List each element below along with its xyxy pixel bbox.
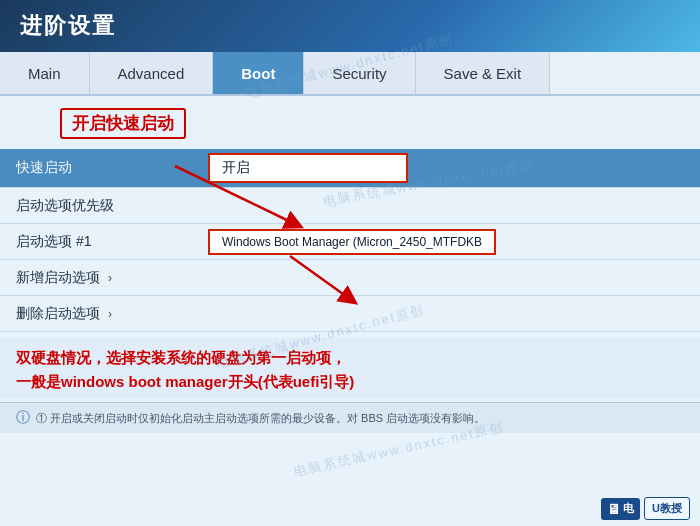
info-icon: ⓘ — [16, 409, 30, 427]
tab-security[interactable]: Security — [304, 52, 415, 94]
bottom-text-line2: 一般是windows boot manager开头(代表uefi引导) — [16, 370, 684, 394]
logo-badge: 🖥 电 U教授 — [601, 497, 690, 520]
settings-table: 快速启动 开启 启动选项优先级 启动选项 #1 Windows Boot Man… — [0, 149, 700, 332]
chevron-add-boot: › — [108, 271, 112, 285]
logo-ujiao-label: U教授 — [652, 502, 682, 514]
page-title: 进阶设置 — [20, 11, 116, 41]
info-text: ① 开启或关闭启动时仅初始化启动主启动选项所需的最少设备。对 BBS 启动选项没… — [36, 411, 485, 426]
row-label-quick-boot: 快速启动 — [0, 153, 200, 183]
row-value-boot-option-1: Windows Boot Manager (Micron_2450_MTFDKB — [200, 225, 700, 259]
row-add-boot[interactable]: 新增启动选项 › — [0, 260, 700, 296]
row-value-del-boot — [200, 310, 700, 318]
value-box-quick-boot: 开启 — [208, 153, 408, 183]
row-boot-option-1[interactable]: 启动选项 #1 Windows Boot Manager (Micron_245… — [0, 224, 700, 260]
logo-dian-label: 电 — [623, 501, 634, 516]
tab-boot[interactable]: Boot — [213, 52, 304, 94]
row-label-boot-option-1: 启动选项 #1 — [0, 227, 200, 257]
content-area: 开启快速启动 快速启动 开启 启动选项优先级 启 — [0, 96, 700, 526]
value-box-boot-option-1: Windows Boot Manager (Micron_2450_MTFDKB — [208, 229, 496, 255]
row-boot-priority[interactable]: 启动选项优先级 — [0, 188, 700, 224]
title-bar: 进阶设置 — [0, 0, 700, 52]
annotation-top-label: 开启快速启动 — [60, 108, 186, 139]
row-del-boot[interactable]: 删除启动选项 › — [0, 296, 700, 332]
row-label-add-boot: 新增启动选项 › — [0, 263, 200, 293]
row-label-boot-priority: 启动选项优先级 — [0, 191, 200, 221]
row-label-del-boot: 删除启动选项 › — [0, 299, 200, 329]
tab-advanced[interactable]: Advanced — [90, 52, 214, 94]
logo-dian-icon: 🖥 — [607, 501, 621, 517]
row-value-add-boot — [200, 274, 700, 282]
tab-save-exit[interactable]: Save & Exit — [416, 52, 551, 94]
row-quick-boot[interactable]: 快速启动 开启 — [0, 149, 700, 188]
chevron-del-boot: › — [108, 307, 112, 321]
bottom-annotation: 双硬盘情况，选择安装系统的硬盘为第一启动项， 一般是windows boot m… — [0, 338, 700, 398]
bottom-text-line1: 双硬盘情况，选择安装系统的硬盘为第一启动项， — [16, 346, 684, 370]
top-annotation-area: 开启快速启动 — [0, 96, 700, 149]
row-value-boot-priority — [200, 202, 700, 210]
tab-main[interactable]: Main — [0, 52, 90, 94]
tab-bar: Main Advanced Boot Security Save & Exit — [0, 52, 700, 96]
info-bar: ⓘ ① 开启或关闭启动时仅初始化启动主启动选项所需的最少设备。对 BBS 启动选… — [0, 402, 700, 433]
row-value-quick-boot: 开启 — [200, 149, 700, 187]
